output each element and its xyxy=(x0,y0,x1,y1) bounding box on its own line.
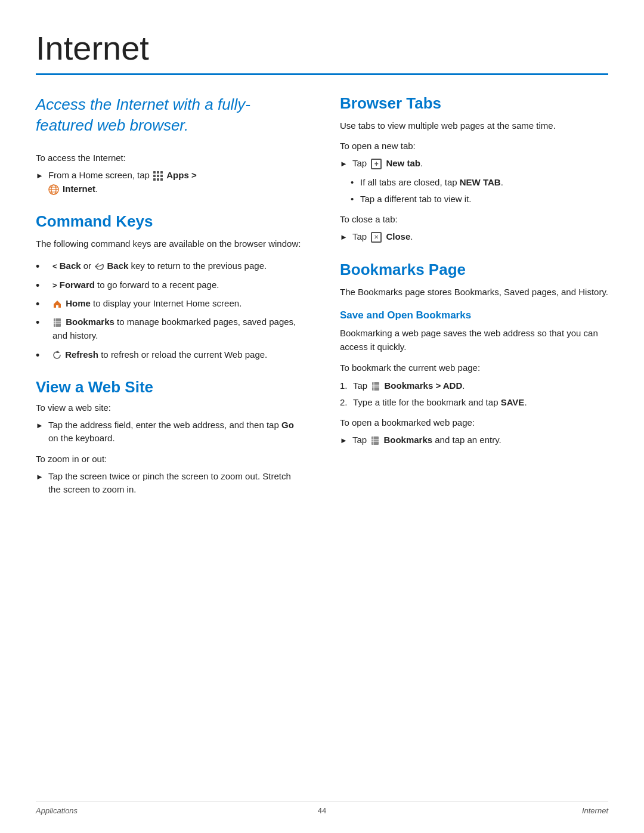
close-tab-label: To close a tab: xyxy=(340,214,608,224)
footer-right: Internet xyxy=(582,806,608,815)
view-web-site-label: To view a web site: xyxy=(36,402,304,413)
browser-tabs-bullets: If all tabs are closed, tap NEW TAB. Tap… xyxy=(351,175,608,206)
command-keys-heading: Command Keys xyxy=(36,212,304,231)
bookmarks-page-heading: Bookmarks Page xyxy=(340,261,608,279)
apps-icon xyxy=(153,171,163,181)
zoom-step-text: Tap the screen twice or pinch the screen… xyxy=(48,470,304,497)
access-step-text: From a Home screen, tap Apps > Internet. xyxy=(48,169,197,196)
open-bookmarked-step: ► Tap Bookmarks and tap an entry. xyxy=(340,433,608,447)
open-bookmarked-step-text: Tap Bookmarks and tap an entry. xyxy=(352,433,501,447)
arrow-icon-2: ► xyxy=(36,420,44,432)
svg-rect-7 xyxy=(372,382,379,391)
browser-tabs-heading: Browser Tabs xyxy=(340,94,608,113)
tab-bullet-2: Tap a different tab to view it. xyxy=(351,192,608,206)
view-web-site-step: ► Tap the address field, enter the web a… xyxy=(36,419,304,445)
intro-tagline: Access the Internet with a fully-feature… xyxy=(36,94,304,136)
open-bookmarked-label: To open a bookmarked web page: xyxy=(340,417,608,428)
main-content: Access the Internet with a fully-feature… xyxy=(36,94,608,501)
svg-rect-5 xyxy=(54,318,61,327)
arrow-icon-4: ► xyxy=(340,158,348,170)
command-keys-desc: The following command keys are available… xyxy=(36,237,304,250)
tab-bullet-1: If all tabs are closed, tap NEW TAB. xyxy=(351,175,608,189)
bookmark-current-label: To bookmark the current web page: xyxy=(340,363,608,373)
cmd-home: Home to display your Internet Home scree… xyxy=(36,296,304,310)
arrow-icon-5: ► xyxy=(340,231,348,243)
zoom-label: To zoom in or out: xyxy=(36,454,304,464)
view-web-site-heading: View a Web Site xyxy=(36,378,304,397)
internet-globe-icon xyxy=(48,184,59,195)
bookmarks-icon xyxy=(52,318,62,327)
save-open-bookmarks-heading: Save and Open Bookmarks xyxy=(340,309,608,321)
close-tab-icon xyxy=(371,232,382,243)
open-tab-step: ► Tap New tab. xyxy=(340,157,608,171)
save-open-bookmarks-desc: Bookmarking a web page saves the web add… xyxy=(340,326,608,354)
back-arrow-icon xyxy=(94,262,104,271)
access-step: ► From a Home screen, tap Apps > Int xyxy=(36,169,304,196)
forward-chevron-icon: > xyxy=(52,280,57,292)
footer-page-number: 44 xyxy=(318,806,326,815)
open-tab-step-text: Tap New tab. xyxy=(352,157,423,171)
open-tab-label: To open a new tab: xyxy=(340,141,608,151)
right-column: Browser Tabs Use tabs to view multiple w… xyxy=(340,94,608,501)
command-keys-list: < Back or Back key to return to the prev… xyxy=(36,259,304,361)
cmd-back: < Back or Back key to return to the prev… xyxy=(36,259,304,272)
access-label: To access the Internet: xyxy=(36,153,304,163)
zoom-step: ► Tap the screen twice or pinch the scre… xyxy=(36,470,304,497)
bookmark-step-1: 1. Tap Bookmarks > ADD. xyxy=(340,379,608,392)
step-number-2: 2. xyxy=(340,395,348,409)
view-web-site-step-text: Tap the address field, enter the web add… xyxy=(48,419,304,445)
page-title: Internet xyxy=(36,29,608,67)
step-number-1: 1. xyxy=(340,379,348,392)
bookmarks-inline-icon-1 xyxy=(371,382,380,391)
arrow-icon-6: ► xyxy=(340,435,348,447)
bookmarks-page-desc: The Bookmarks page stores Bookmarks, Sav… xyxy=(340,285,608,299)
cmd-refresh: Refresh to refresh or reload the current… xyxy=(36,348,304,361)
cmd-forward: > Forward to go forward to a recent page… xyxy=(36,278,304,292)
internet-label: Internet xyxy=(63,184,95,194)
new-tab-icon xyxy=(371,159,382,169)
arrow-icon-3: ► xyxy=(36,471,44,483)
close-tab-step: ► Tap Close. xyxy=(340,230,608,244)
close-tab-step-text: Tap Close. xyxy=(352,230,413,244)
left-column: Access the Internet with a fully-feature… xyxy=(36,94,304,501)
home-icon xyxy=(52,299,62,309)
bookmarks-inline-icon-2 xyxy=(370,436,380,445)
footer-left: Applications xyxy=(36,806,78,815)
arrow-icon: ► xyxy=(36,170,44,182)
bookmark-step-2: 2. Type a title for the bookmark and tap… xyxy=(340,395,608,409)
browser-tabs-desc: Use tabs to view multiple web pages at t… xyxy=(340,119,608,132)
title-divider xyxy=(36,73,608,75)
bookmark-steps-list: 1. Tap Bookmarks > ADD. 2. Type a title … xyxy=(340,379,608,410)
cmd-bookmarks: Bookmarks to manage bookmarked pages, sa… xyxy=(36,315,304,343)
refresh-icon xyxy=(52,351,61,360)
back-chevron-icon: < xyxy=(52,261,57,272)
svg-rect-8 xyxy=(371,436,379,445)
